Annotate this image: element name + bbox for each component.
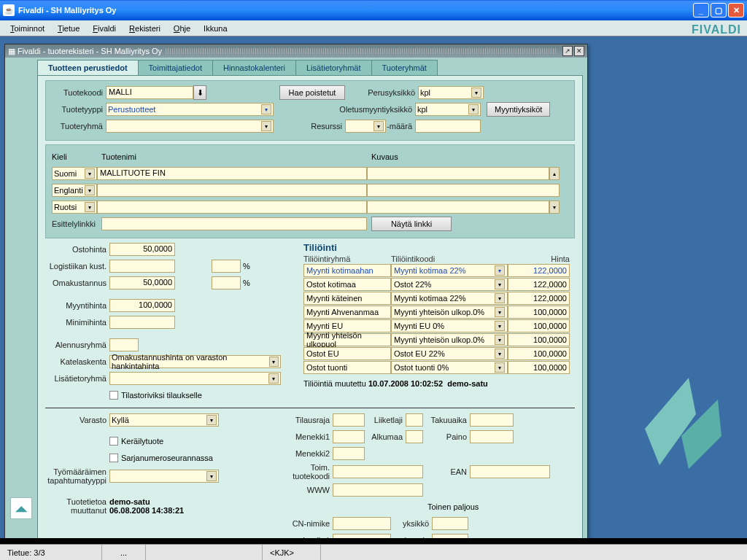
col-koodi: Tiliöintikoodi [391, 254, 508, 263]
minimihinta-input[interactable] [109, 316, 175, 329]
tab-tuoteryhmat[interactable]: Tuoteryhmät [371, 60, 438, 75]
www-input[interactable] [333, 483, 423, 497]
tuotenimi-fi-input[interactable]: MALLITUOTE FIN [97, 167, 367, 180]
tuotekoodi-lookup-icon[interactable]: ⬇ [193, 85, 206, 100]
tiliointi-ryhma-cell[interactable]: Myynti yhteisön ulkopuol [303, 333, 391, 346]
liiketlaji-input[interactable] [406, 413, 423, 427]
minimize-button[interactable]: _ [693, 3, 709, 18]
lbl-katelaskenta: Katelaskenta [45, 357, 109, 366]
perusyksikko-select[interactable]: kpl▾ [418, 86, 484, 99]
mdi-close-icon[interactable]: ✕ [574, 46, 584, 56]
cnnimike-input[interactable] [333, 517, 391, 530]
chevron-down-icon[interactable]: ▾ [495, 335, 505, 345]
tab-perustiedot[interactable]: Tuotteen perustiedot [37, 60, 139, 75]
hae-poistetut-button[interactable]: Hae poistetut [279, 85, 345, 100]
tiliointi-koodi-cell[interactable]: Ostot 22%▾ [391, 278, 508, 291]
close-button[interactable]: ✕ [728, 3, 744, 18]
tiliointi-koodi-cell[interactable]: Myynti kotimaa 22%▾ [391, 292, 508, 305]
menu-rekisteri[interactable]: Rekisteri [123, 23, 166, 34]
maximize-button[interactable]: ▢ [711, 3, 727, 18]
tiliointi-hinta-cell[interactable]: 100,0000 [508, 333, 570, 346]
takuuaika-input[interactable] [470, 413, 514, 427]
myyntihinta-input[interactable]: 100,0000 [109, 299, 175, 312]
lang-suomi-select[interactable]: Suomi▾ [52, 167, 97, 180]
kuvaus-en-input[interactable] [367, 184, 560, 197]
alkumaa-input[interactable] [406, 430, 423, 443]
chevron-down-icon[interactable]: ▾ [495, 349, 505, 359]
tiliointi-hinta-cell[interactable]: 122,0000 [508, 278, 570, 291]
tilausraja-input[interactable] [333, 413, 365, 427]
kuvaus-fi-input[interactable] [367, 167, 549, 180]
alennusryhma-input[interactable] [109, 338, 139, 351]
tiliointi-hinta-cell[interactable]: 100,0000 [508, 361, 570, 374]
tiliointi-koodi-cell[interactable]: Myynti EU 0%▾ [391, 319, 508, 332]
tuotenimi-sv-input[interactable] [97, 201, 367, 214]
tiliointi-koodi-cell[interactable]: Myynti yhteisön ulkop.0%▾ [391, 333, 508, 346]
lang-ruotsi-select[interactable]: Ruotsi▾ [52, 201, 97, 214]
nayta-linkki-button[interactable]: Näytä linkki [371, 217, 452, 231]
tiliointi-hinta-cell[interactable]: 100,0000 [508, 347, 570, 360]
kerailytuote-checkbox[interactable] [109, 437, 118, 446]
tuoteryhma-select[interactable]: ▾ [106, 120, 274, 133]
tuotenimi-en-input[interactable] [97, 184, 367, 197]
tilastoriviksi-checkbox[interactable] [109, 391, 118, 400]
tab-lisatietoryhmat[interactable]: Lisätietoryhmät [295, 60, 372, 75]
yksikko-input[interactable] [432, 517, 468, 530]
omakustannus-pct-input[interactable] [212, 276, 241, 289]
lisatietoryhma-select[interactable]: ▾ [109, 372, 281, 385]
myyntiyksikot-button[interactable]: Myyntiyksiköt [487, 102, 550, 117]
tuotetyyppi-select[interactable]: Perustuotteet▾ [106, 103, 274, 116]
kuvaus-scroll-down-icon[interactable]: ▾ [549, 201, 560, 214]
chevron-down-icon[interactable]: ▾ [495, 279, 505, 289]
tuotekoodi-input[interactable]: MALLI [106, 86, 193, 99]
lang-englanti-select[interactable]: Englanti▾ [52, 184, 97, 197]
maara-input[interactable] [415, 120, 481, 133]
chevron-down-icon[interactable]: ▾ [495, 321, 505, 331]
logistiikan-input[interactable] [109, 260, 175, 273]
kuvaus-sv-input[interactable] [367, 201, 549, 214]
menu-toiminnot[interactable]: Toiminnot [4, 23, 50, 34]
katelaskenta-select[interactable]: Omakustannushinta on varaston hankintahi… [109, 355, 281, 368]
menu-bar: Toiminnot Tietue Fivaldi Rekisteri Ohje … [0, 20, 747, 36]
ostohinta-input[interactable]: 50,0000 [109, 243, 175, 256]
chevron-down-icon[interactable]: ▾ [495, 362, 505, 373]
varasto-select[interactable]: Kyllä▾ [109, 413, 219, 427]
toimtuotekoodi-input[interactable] [333, 465, 423, 478]
menekki2-input[interactable] [333, 447, 365, 460]
tiliointi-hinta-cell[interactable]: 100,0000 [508, 306, 570, 319]
tiliointi-ryhma-cell[interactable]: Myynti Ahvenanmaa [303, 306, 391, 319]
tiliointi-ryhma-cell[interactable]: Myynti käteinen [303, 292, 391, 305]
tyomaaraimen-select[interactable]: ▾ [109, 470, 219, 483]
tiliointi-hinta-cell[interactable]: 122,0000 [508, 264, 570, 277]
mdi-restore-icon[interactable]: ↗ [562, 46, 573, 56]
chevron-down-icon[interactable]: ▾ [495, 293, 505, 303]
menu-ikkuna[interactable]: Ikkuna [198, 23, 233, 34]
tiliointi-ryhma-cell[interactable]: Ostot kotimaa [303, 278, 391, 291]
omakustannus-input[interactable]: 50,0000 [109, 276, 175, 289]
paino-input[interactable] [470, 430, 514, 443]
tiliointi-koodi-cell[interactable]: Myynti kotimaa 22%▾ [391, 264, 508, 277]
chevron-down-icon[interactable]: ▾ [495, 265, 505, 276]
menu-fivaldi[interactable]: Fivaldi [87, 23, 122, 34]
menu-ohje[interactable]: Ohje [168, 23, 196, 34]
ean-input[interactable] [470, 465, 550, 478]
tiliointi-koodi-cell[interactable]: Ostot tuonti 0%▾ [391, 361, 508, 374]
tiliointi-koodi-cell[interactable]: Myynti yhteisön ulkop.0%▾ [391, 306, 508, 319]
sarjanumero-checkbox[interactable] [109, 454, 118, 462]
tiliointi-ryhma-cell[interactable]: Ostot tuonti [303, 361, 391, 374]
menekki1-input[interactable] [333, 430, 365, 443]
chevron-down-icon[interactable]: ▾ [495, 307, 505, 317]
oletusmyynti-select[interactable]: kpl▾ [415, 103, 481, 116]
tiliointi-hinta-cell[interactable]: 100,0000 [508, 319, 570, 332]
tiliointi-ryhma-cell[interactable]: Ostot EU [303, 347, 391, 360]
menu-tietue[interactable]: Tietue [52, 23, 85, 34]
tiliointi-koodi-cell[interactable]: Ostot EU 22%▾ [391, 347, 508, 360]
logistiikan-pct-input[interactable] [212, 260, 241, 273]
resurssi-select[interactable]: ▾ [345, 120, 386, 133]
kuvaus-scroll-up-icon[interactable]: ▴ [549, 167, 560, 180]
tab-hinnastokalenteri[interactable]: Hinnastokalenteri [212, 60, 296, 75]
tiliointi-ryhma-cell[interactable]: Myynti kotimaahan [303, 264, 391, 277]
esittelylinkki-input[interactable] [101, 217, 367, 230]
tab-toimittajatiedot[interactable]: Toimittajatiedot [138, 60, 213, 75]
tiliointi-hinta-cell[interactable]: 122,0000 [508, 292, 570, 305]
